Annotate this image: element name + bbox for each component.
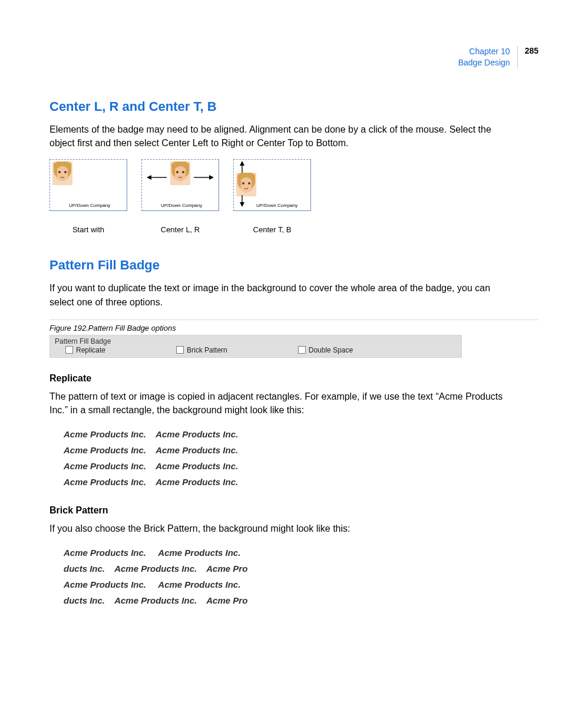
running-header: Chapter 10 Badge Design 285 (458, 46, 538, 68)
badge-example-center-lr: UP/Down Company Center L, R (141, 159, 219, 234)
brick-example: Acme Products Inc. Acme Products Inc. du… (64, 545, 538, 608)
pattern-fill-options-panel: Pattern Fill Badge Replicate Brick Patte… (49, 335, 462, 358)
pattern-row: Acme Products Inc. Acme Products Inc. (64, 426, 538, 442)
page-number: 285 (518, 46, 538, 55)
badge-example-start: UP/Down Company Start with (49, 159, 127, 234)
checkbox-double-space[interactable]: Double Space (298, 346, 353, 354)
badge-canvas: UP/Down Company (49, 159, 127, 211)
badge-company-text: UP/Down Company (256, 203, 297, 208)
paragraph-replicate: The pattern of text or image is copied i… (49, 390, 515, 417)
arrow-down-icon (240, 195, 244, 209)
avatar-photo (170, 162, 190, 185)
page: Chapter 10 Badge Design 285 Center L, R … (0, 0, 562, 728)
group-title: Pattern Fill Badge (55, 337, 458, 345)
avatar-photo (236, 173, 256, 196)
heading-pattern-fill: Pattern Fill Badge (49, 258, 538, 273)
svg-marker-9 (209, 175, 214, 180)
pattern-row: Acme Products Inc. Acme Products Inc. (64, 545, 538, 561)
arrow-right-icon (194, 172, 214, 182)
svg-point-4 (176, 171, 178, 173)
badge-canvas: UP/Down Company (233, 159, 311, 211)
avatar-photo (52, 162, 72, 185)
arrow-left-icon (147, 172, 167, 182)
figure-caption-pattern: Figure 192.Pattern Fill Badge options (49, 324, 538, 332)
paragraph-brick: If you also choose the Brick Pattern, th… (49, 522, 515, 535)
pattern-row: Acme Products Inc. Acme Products Inc. (64, 458, 538, 474)
checkbox-label: Brick Pattern (187, 346, 227, 354)
svg-marker-16 (240, 202, 244, 207)
checkbox-replicate[interactable]: Replicate (65, 346, 105, 354)
checkbox-brick-pattern[interactable]: Brick Pattern (176, 346, 227, 354)
badge-company-text: UP/Down Company (69, 203, 110, 208)
heading-brick-pattern: Brick Pattern (49, 505, 538, 516)
divider (49, 319, 538, 320)
replicate-example: Acme Products Inc. Acme Products Inc. Ac… (64, 426, 538, 490)
badge-example-center-tb: UP/Down Company Center T, B (233, 159, 311, 234)
badge-company-text: UP/Down Company (161, 203, 202, 208)
paragraph-center-align: Elements of the badge may need to be ali… (49, 123, 515, 150)
pattern-row: Acme Products Inc. Acme Products Inc. (64, 474, 538, 490)
badge-caption-center-tb: Center T, B (253, 225, 292, 234)
chapter-label: Chapter 10 (458, 46, 510, 57)
checkbox-label: Replicate (76, 346, 105, 354)
badge-caption-center-lr: Center L, R (161, 225, 200, 234)
running-header-text: Chapter 10 Badge Design (458, 46, 518, 68)
paragraph-pattern-fill: If you want to duplicate the text or ima… (49, 281, 515, 308)
svg-point-2 (64, 171, 67, 173)
svg-marker-7 (147, 175, 151, 180)
pattern-row: ducts Inc. Acme Products Inc. Acme Pro (64, 592, 538, 608)
pattern-row: ducts Inc. Acme Products Inc. Acme Pro (64, 561, 538, 577)
figure-alignment-examples: UP/Down Company Start with UP/Down Compa… (49, 159, 538, 234)
svg-point-1 (58, 171, 61, 173)
section-label: Badge Design (458, 57, 510, 68)
arrow-up-icon (240, 161, 244, 175)
badge-caption-start: Start with (72, 225, 104, 234)
heading-replicate: Replicate (49, 373, 538, 384)
options-row: Replicate Brick Pattern Double Space (55, 346, 458, 354)
svg-point-5 (182, 171, 184, 173)
svg-point-12 (248, 182, 250, 185)
svg-point-11 (242, 182, 244, 185)
pattern-row: Acme Products Inc. Acme Products Inc. (64, 442, 538, 458)
svg-marker-14 (240, 161, 244, 166)
checkbox-box-icon (176, 346, 184, 354)
heading-center-lr-tb: Center L, R and Center T, B (49, 99, 538, 114)
pattern-row: Acme Products Inc. Acme Products Inc. (64, 577, 538, 592)
checkbox-box-icon (65, 346, 73, 354)
checkbox-box-icon (298, 346, 306, 354)
checkbox-label: Double Space (309, 346, 353, 354)
badge-canvas: UP/Down Company (141, 159, 219, 211)
